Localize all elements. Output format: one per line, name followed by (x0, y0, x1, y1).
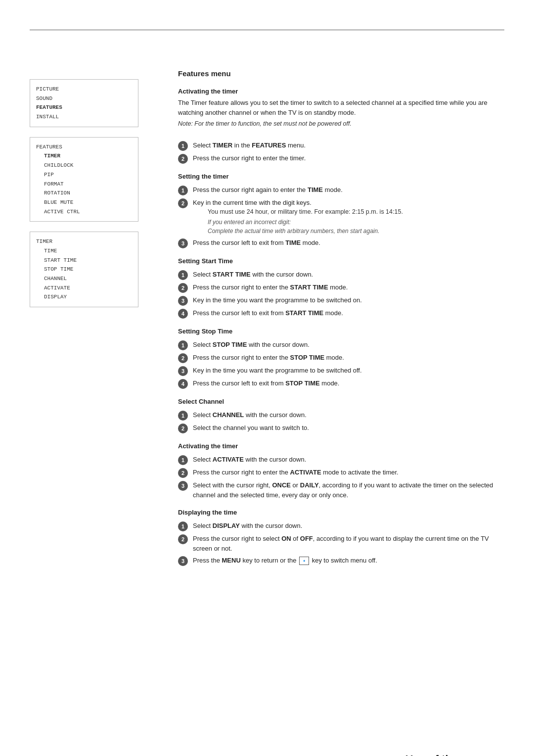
sidebar-timer-display: DISPLAY (36, 292, 132, 302)
step-row: 1 Select TIMER in the FEATURES menu. (178, 141, 504, 151)
sidebar-features-rotation: ROTATION (36, 189, 132, 198)
sidebar-timer-activate: ACTIVATE (36, 284, 132, 293)
step-circle-1: 1 (178, 141, 188, 151)
step-circle-1: 1 (178, 521, 188, 531)
step-row: 2 Press the cursor right to enter the ti… (178, 153, 504, 164)
step-text-1: Select ACTIVATE with the cursor down. (193, 455, 504, 465)
step-circle-1: 1 (178, 186, 188, 195)
step-row: 1 Select DISPLAY with the cursor down. (178, 521, 504, 531)
main-content: Features menu Activating the timer The T… (178, 69, 504, 608)
step-row: 3 Select with the cursor right, ONCE or … (178, 480, 504, 500)
footer: Use of the menus 9 (405, 753, 504, 756)
step-row: 4 Press the cursor left to exit from STO… (178, 378, 504, 389)
step-text-1: Press the cursor right again to enter th… (193, 185, 504, 195)
step-row: 1 Press the cursor right again to enter … (178, 185, 504, 195)
step-text-3: Press the MENU key to return or the 🔹 ke… (193, 556, 504, 566)
step-circle-1: 1 (178, 455, 188, 465)
step-text-2: Press the cursor right to select ON of O… (193, 534, 504, 553)
step-circle-3: 3 (178, 556, 188, 566)
page-container: PICTURE SOUND FEATURES INSTALL FEATURES … (0, 30, 534, 756)
step-text-4: Press the cursor left to exit from START… (193, 308, 504, 318)
step-row: 4 Press the cursor left to exit from STA… (178, 308, 504, 319)
sidebar-features-blue-mute: BLUE MUTE (36, 198, 132, 207)
step-sub-italic-2b: If you entered an incorrect digit: (208, 218, 504, 227)
step-row: 2 Press the cursor right to select ON of… (178, 534, 504, 553)
sidebar-features-childlock: CHILDLOCK (36, 161, 132, 170)
step-text-4: Press the cursor left to exit from STOP … (193, 378, 504, 388)
step-text-1: Select DISPLAY with the cursor down. (193, 521, 504, 531)
step-text-3: Press the cursor left to exit from TIME … (193, 238, 504, 248)
steps-displaying-time: 1 Select DISPLAY with the cursor down. 2… (178, 521, 504, 566)
step-circle-2: 2 (178, 468, 188, 478)
step-row: 2 Press the cursor right to enter the AC… (178, 468, 504, 478)
step-circle-2: 2 (178, 424, 188, 433)
sidebar-timer-stop-time: STOP TIME (36, 265, 132, 274)
step-row: 2 Select the channel you want to switch … (178, 423, 504, 433)
section-title: Features menu (178, 69, 504, 78)
step-row: 1 Select CHANNEL with the cursor down. (178, 410, 504, 421)
sidebar: PICTURE SOUND FEATURES INSTALL FEATURES … (30, 79, 138, 317)
step-circle-3: 3 (178, 296, 188, 306)
sidebar-box-features-menu: FEATURES TIMER CHILDLOCK PIP FORMAT ROTA… (30, 137, 138, 222)
step-text-1: Select CHANNEL with the cursor down. (193, 410, 504, 420)
block-select-channel: Select Channel 1 Select CHANNEL with the… (178, 398, 504, 433)
sidebar-item-sound: SOUND (36, 94, 132, 103)
step-row: 3 Press the MENU key to return or the 🔹 … (178, 556, 504, 566)
step-circle-2: 2 (178, 353, 188, 363)
subsection-setting-timer: Setting the timer (178, 173, 504, 180)
subsection-setting-stop-time: Setting Stop Time (178, 328, 504, 335)
steps-setting-timer: 1 Press the cursor right again to enter … (178, 185, 504, 248)
step-text-3: Key in the time you want the programme t… (193, 366, 504, 376)
block-setting-start-time: Setting Start Time 1 Select START TIME w… (178, 257, 504, 319)
sidebar-timer-channel: CHANNEL (36, 274, 132, 284)
steps-setting-start-time: 1 Select START TIME with the cursor down… (178, 270, 504, 319)
steps-select-channel: 1 Select CHANNEL with the cursor down. 2… (178, 410, 504, 433)
step-row: 1 Select STOP TIME with the cursor down. (178, 340, 504, 350)
step-row: 3 Key in the time you want the programme… (178, 366, 504, 376)
steps-activating-timer-2: 1 Select ACTIVATE with the cursor down. … (178, 455, 504, 500)
block-setting-timer: Setting the timer 1 Press the cursor rig… (178, 173, 504, 248)
subsection-displaying-time: Displaying the time (178, 509, 504, 516)
sidebar-timer-header: TIMER (36, 237, 132, 246)
step-sub-text-2a: You must use 24 hour, or military time. … (208, 207, 504, 217)
step-circle-3: 3 (178, 366, 188, 376)
sidebar-box-timer-menu: TIMER TIME START TIME STOP TIME CHANNEL … (30, 232, 138, 307)
step-circle-2: 2 (178, 154, 188, 164)
block-activating-timer-2: Activating the timer 1 Select ACTIVATE w… (178, 442, 504, 500)
step-circle-3: 3 (178, 238, 188, 248)
sidebar-features-format: FORMAT (36, 180, 132, 189)
step-text-1: Select TIMER in the FEATURES menu. (193, 141, 504, 150)
step-text-3: Select with the cursor right, ONCE or DA… (193, 480, 504, 500)
sidebar-features-pip: PIP (36, 170, 132, 180)
sidebar-features-active-ctrl: ACTIVE CTRL (36, 207, 132, 217)
sidebar-timer-start-time: START TIME (36, 256, 132, 265)
step-text-2: Press the cursor right to enter the STAR… (193, 283, 504, 292)
step-text-2: Press the cursor right to enter the time… (193, 153, 504, 163)
sidebar-item-install: INSTALL (36, 112, 132, 122)
sidebar-features-timer: TIMER (36, 151, 132, 161)
sidebar-item-features: FEATURES (36, 103, 132, 112)
step-row: 1 Select ACTIVATE with the cursor down. (178, 455, 504, 465)
sidebar-features-header: FEATURES (36, 142, 132, 152)
block-activating-timer-intro: Activating the timer The Timer feature a… (178, 88, 504, 164)
subsection-setting-start-time: Setting Start Time (178, 257, 504, 265)
subsection-activating-timer-2: Activating the timer (178, 442, 504, 450)
step-row: 3 Press the cursor left to exit from TIM… (178, 238, 504, 248)
step-text-1: Select START TIME with the cursor down. (193, 270, 504, 280)
step-circle-2: 2 (178, 534, 188, 544)
step-circle-4: 4 (178, 379, 188, 389)
step-circle-2: 2 (178, 283, 188, 293)
step-row: 2 Press the cursor right to enter the ST… (178, 353, 504, 363)
top-rule (30, 30, 504, 30)
steps-setting-stop-time: 1 Select STOP TIME with the cursor down.… (178, 340, 504, 389)
subsection-select-channel: Select Channel (178, 398, 504, 405)
step-circle-4: 4 (178, 309, 188, 319)
steps-activating-timer-1: 1 Select TIMER in the FEATURES menu. 2 P… (178, 141, 504, 164)
step-text-1: Select STOP TIME with the cursor down. (193, 340, 504, 350)
sidebar-box-main-menu: PICTURE SOUND FEATURES INSTALL (30, 79, 138, 127)
sidebar-item-picture: PICTURE (36, 85, 132, 94)
block-displaying-time: Displaying the time 1 Select DISPLAY wit… (178, 509, 504, 566)
step-circle-2: 2 (178, 198, 188, 208)
menu-icon: 🔹 (299, 557, 309, 565)
sidebar-timer-time: TIME (36, 246, 132, 256)
